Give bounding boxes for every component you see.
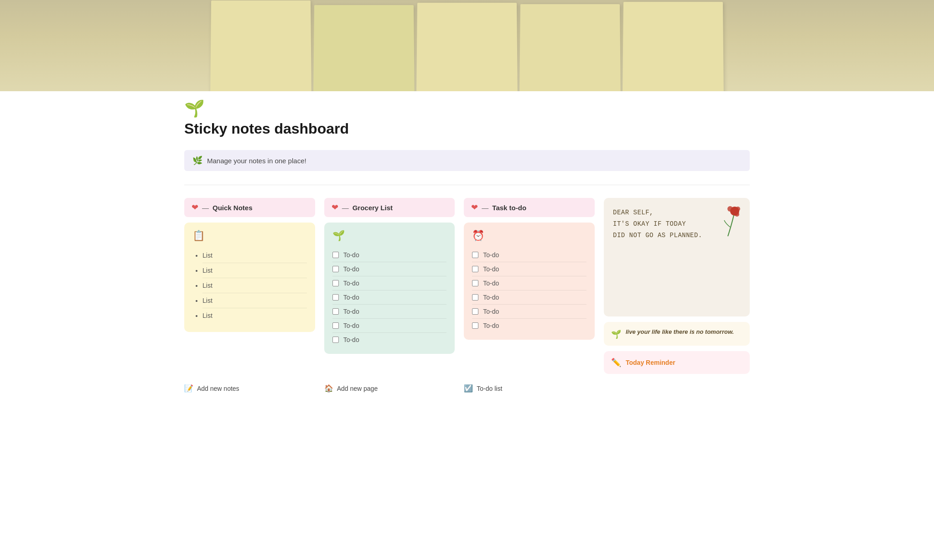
hero-sticky-4 <box>519 4 621 91</box>
dash-1: — <box>202 204 209 212</box>
todo-checkbox[interactable] <box>332 308 339 315</box>
todo-label: To-do <box>343 251 359 259</box>
hero-sticky-1 <box>210 0 311 91</box>
quick-notes-column: ❤ — Quick Notes 📋 List List List List Li… <box>184 198 315 332</box>
todo-item: To-do <box>332 319 447 333</box>
todo-list-label: To-do list <box>477 385 502 392</box>
reminder-card[interactable]: ✏️ Today Reminder <box>604 351 750 374</box>
todo-item: To-do <box>332 290 447 305</box>
list-item: List <box>202 263 307 278</box>
todo-item: To-do <box>472 262 586 276</box>
todo-checkbox[interactable] <box>332 252 339 258</box>
alarm-icon: ⏰ <box>472 230 586 242</box>
task-todo-card: ⏰ To-do To-do To-do <box>464 223 595 340</box>
todo-item: To-do <box>472 248 586 262</box>
todo-checkbox[interactable] <box>472 308 478 315</box>
todo-label: To-do <box>483 251 499 259</box>
todo-checkbox[interactable] <box>472 322 478 329</box>
list-item: List <box>202 308 307 323</box>
dash-2: — <box>342 204 349 212</box>
hero-banner <box>0 0 934 91</box>
todo-checkbox[interactable] <box>332 294 339 301</box>
task-todo-column: ❤ — Task to-do ⏰ To-do To-do <box>464 198 595 340</box>
todo-item: To-do <box>332 333 447 347</box>
reminder-text: Today Reminder <box>626 359 675 366</box>
todo-label: To-do <box>343 294 359 301</box>
todo-checkbox[interactable] <box>472 280 478 286</box>
action-buttons-row: 📝 Add new notes 🏠 Add new page ☑️ To-do … <box>184 381 750 395</box>
todo-checkbox[interactable] <box>332 280 339 286</box>
todo-item: To-do <box>472 305 586 319</box>
grocery-list-category: ❤ — Grocery List <box>324 198 455 217</box>
todo-label: To-do <box>483 308 499 315</box>
reminder-icon: ✏️ <box>611 358 621 368</box>
add-notes-icon: 📝 <box>184 384 193 393</box>
add-new-notes-button[interactable]: 📝 Add new notes <box>184 381 239 395</box>
grocery-todo-list: To-do To-do To-do To-do <box>332 248 447 347</box>
grocery-list-card: 🌱 To-do To-do To-do <box>324 223 455 354</box>
quick-notes-label: Quick Notes <box>213 204 253 212</box>
dear-self-card: DEAR SELF, IT'S OKAY IF TODAY DID NOT GO… <box>604 198 750 316</box>
task-todo-label: Task to-do <box>492 204 526 212</box>
todo-label: To-do <box>343 280 359 287</box>
quote-text: live your life like there is no tomorrow… <box>626 328 734 335</box>
cards-grid: ❤ — Quick Notes 📋 List List List List Li… <box>184 198 750 374</box>
quick-notes-list: List List List List List <box>192 248 307 323</box>
todo-list-icon: ☑️ <box>464 384 473 393</box>
quick-notes-category: ❤ — Quick Notes <box>184 198 315 217</box>
hero-sticky-3 <box>416 3 518 91</box>
todo-checkbox[interactable] <box>332 322 339 329</box>
todo-item: To-do <box>472 319 586 332</box>
add-page-col: 🏠 Add new page <box>324 381 455 395</box>
flower-icon <box>719 204 742 245</box>
heart-icon-3: ❤ <box>471 202 478 213</box>
info-bar: 🌿 Manage your notes in one place! <box>184 150 750 171</box>
todo-label: To-do <box>483 294 499 301</box>
todo-label: To-do <box>343 336 359 343</box>
section-divider <box>184 185 750 185</box>
todo-item: To-do <box>332 276 447 290</box>
svg-point-3 <box>735 212 739 217</box>
todo-item: To-do <box>472 290 586 305</box>
todo-list-button[interactable]: ☑️ To-do list <box>464 381 502 395</box>
dash-3: — <box>482 204 488 212</box>
todo-checkbox[interactable] <box>472 294 478 301</box>
todo-label: To-do <box>483 322 499 329</box>
svg-point-1 <box>727 206 733 212</box>
todo-label: To-do <box>483 265 499 273</box>
hero-sticky-5 <box>623 2 724 91</box>
todo-list-col: ☑️ To-do list <box>464 381 595 395</box>
sprout-card-icon: 🌱 <box>332 230 447 242</box>
right-action-col <box>604 381 750 395</box>
heart-icon-1: ❤ <box>192 202 198 213</box>
task-todo-category: ❤ — Task to-do <box>464 198 595 217</box>
todo-checkbox[interactable] <box>472 252 478 258</box>
info-bar-icon: 🌿 <box>192 156 202 166</box>
info-bar-text: Manage your notes in one place! <box>207 157 306 165</box>
todo-label: To-do <box>343 322 359 329</box>
list-item: List <box>202 293 307 308</box>
add-notes-label: Add new notes <box>197 385 239 392</box>
quote-sprout-icon: 🌱 <box>611 329 621 339</box>
list-item: List <box>202 248 307 263</box>
clipboard-icon: 📋 <box>192 230 307 242</box>
todo-checkbox[interactable] <box>332 266 339 272</box>
list-item: List <box>202 278 307 293</box>
quick-notes-card: 📋 List List List List List <box>184 223 315 332</box>
todo-label: To-do <box>343 265 359 273</box>
todo-item: To-do <box>332 305 447 319</box>
todo-checkbox[interactable] <box>472 266 478 272</box>
todo-checkbox[interactable] <box>332 337 339 343</box>
add-new-page-button[interactable]: 🏠 Add new page <box>324 381 378 395</box>
add-notes-col: 📝 Add new notes <box>184 381 315 395</box>
add-page-label: Add new page <box>337 385 378 392</box>
grocery-list-column: ❤ — Grocery List 🌱 To-do To-do <box>324 198 455 354</box>
svg-point-2 <box>736 207 740 211</box>
task-todo-list: To-do To-do To-do To-do <box>472 248 586 332</box>
heart-icon-2: ❤ <box>332 202 338 213</box>
todo-item: To-do <box>472 276 586 290</box>
todo-item: To-do <box>332 248 447 262</box>
quote-card: 🌱 live your life like there is no tomorr… <box>604 322 750 346</box>
add-page-icon: 🏠 <box>324 384 333 393</box>
sprout-icon: 🌱 <box>184 100 205 117</box>
